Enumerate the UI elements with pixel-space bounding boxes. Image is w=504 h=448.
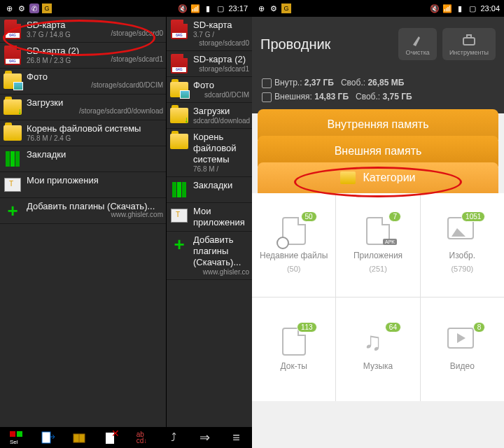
app-header: Проводник Очистка Инструменты: [252, 17, 504, 71]
item-title: Корень файловой системы: [27, 123, 163, 134]
list-item[interactable]: Фото/storage/sdcard0/DCIM: [0, 69, 166, 94]
list-item[interactable]: SD-карта3.7 G /storage/sdcard0: [167, 17, 252, 51]
list-item[interactable]: SD-карта (2)26.8 M / 2.3 G/storage/sdcar…: [0, 43, 166, 69]
mute-icon: 🔇: [430, 4, 440, 13]
bottom-toolbar: Sel ✕ abcd↓ ⤴ ⇒ ≡: [0, 427, 252, 448]
pane-left: SD-карта3.7 G / 14.8 G/storage/sdcard0SD…: [0, 17, 167, 427]
gear-status-icon: ⚙: [17, 4, 27, 13]
list-item[interactable]: Загрузкиsdcard0/download: [167, 103, 252, 129]
item-title: Мои приложения: [193, 206, 249, 228]
item-path: www.ghisler.com: [111, 211, 163, 218]
list-item[interactable]: SD-карта (2)storage/sdcard1: [167, 51, 252, 77]
plus-status-icon: ⊕: [256, 4, 266, 13]
category-label: Изобр.: [449, 251, 476, 260]
copy-button[interactable]: [37, 428, 58, 447]
photo-folder-icon: [170, 82, 188, 97]
sd-card-icon: [171, 20, 188, 39]
storage-info: Внутр.: 2,37 ГБ Своб.: 26,85 МБ Внешняя:…: [252, 71, 504, 113]
bookmarks-icon: [172, 182, 186, 197]
sd-card-icon: [171, 54, 188, 74]
category-cell[interactable]: 1051Изобр.(5790): [421, 193, 504, 297]
tab-categories[interactable]: Категории: [258, 162, 498, 193]
category-cell[interactable]: ♫64Музыка: [336, 298, 419, 401]
category-label: Приложения: [354, 251, 402, 260]
delete-button[interactable]: ✕: [100, 428, 121, 447]
cleanup-button[interactable]: Очистка: [398, 28, 436, 60]
item-title: Корень файловой системы: [193, 132, 249, 165]
plus-icon: +: [174, 237, 184, 252]
music-icon: ♫64: [363, 328, 393, 357]
category-count: (251): [369, 265, 387, 273]
folder-icon: [170, 134, 188, 149]
count-badge: 64: [385, 322, 401, 332]
svg-text:✕: ✕: [111, 430, 118, 439]
tools-button[interactable]: Инструменты: [442, 28, 496, 60]
item-size: 3.7 G /: [193, 31, 249, 39]
clock-right: 23:04: [480, 4, 500, 13]
apps-icon: [4, 178, 21, 192]
list-item[interactable]: +Добавить плагины (Скачать)...www.ghisle…: [167, 232, 252, 280]
svg-text:Sel: Sel: [10, 439, 18, 445]
category-cell[interactable]: 8Видео: [421, 298, 504, 401]
category-grid: 50Недавние файлы(50)APK7Приложения(251)1…: [252, 193, 504, 401]
item-title: Фото: [193, 80, 249, 91]
mute-icon: 🔇: [178, 4, 188, 13]
sort-button[interactable]: abcd↓: [132, 428, 153, 447]
photo-folder-icon: [4, 74, 22, 89]
sd-card-icon: [4, 46, 21, 65]
battery-icon: ▢: [468, 4, 477, 13]
select-button[interactable]: Sel: [6, 428, 27, 447]
bookmarks-icon: [6, 151, 20, 167]
count-badge: 113: [297, 322, 317, 332]
list-item[interactable]: +Добавить плагины (Скачать)...www.ghisle…: [0, 198, 166, 224]
item-title: Закладки: [27, 149, 163, 160]
list-item[interactable]: Закладки: [167, 177, 252, 203]
sd-card-icon: [4, 20, 21, 39]
app-title: Проводник: [260, 36, 393, 52]
battery-icon: ▢: [216, 4, 225, 13]
category-cell[interactable]: 113Док-ты: [252, 298, 335, 401]
list-item[interactable]: SD-карта3.7 G / 14.8 G/storage/sdcard0: [0, 17, 166, 43]
pack-button[interactable]: [69, 428, 90, 447]
up-button[interactable]: ⤴: [163, 428, 184, 447]
svg-rect-0: [10, 431, 15, 437]
download-folder-icon: [4, 99, 22, 115]
item-path: sdcard0/download: [193, 117, 249, 125]
svg-rect-1: [17, 431, 22, 437]
video-icon: 8: [447, 328, 477, 357]
swap-button[interactable]: ⇒: [195, 428, 216, 447]
item-path: /storage/sdcard0/download: [79, 107, 163, 115]
item-path: /storage/sdcard1: [111, 55, 164, 63]
list-item[interactable]: Корень файловой системы76.8 M / 2.4 G: [0, 120, 166, 146]
list-item[interactable]: Мои приложения: [167, 203, 252, 232]
category-cell[interactable]: APK7Приложения(251): [336, 193, 419, 297]
gear-status-icon: ⚙: [269, 4, 279, 13]
item-title: Закладки: [193, 180, 249, 191]
status-bar-right: ⊕ ⚙ G 🔇 📶 ▮ ▢ 23:04: [252, 0, 504, 17]
list-item[interactable]: Мои приложения: [0, 172, 166, 198]
category-label: Недавние файлы: [260, 251, 328, 260]
status-bar-left: ⊕ ⚙ ✆ G 🔇 📶 ▮ ▢ 23:17: [0, 0, 252, 17]
total-commander-app: ⊕ ⚙ ✆ G 🔇 📶 ▮ ▢ 23:17 SD-карта3.7 G / 14…: [0, 0, 252, 448]
item-title: Мои приложения: [27, 175, 163, 186]
list-item[interactable]: Корень файловой системы76.8 M /: [167, 129, 252, 177]
category-cell[interactable]: 50Недавние файлы(50): [252, 193, 335, 297]
viber-icon: ✆: [29, 4, 39, 13]
category-label: Музыка: [363, 361, 393, 371]
menu-button[interactable]: ≡: [226, 428, 247, 447]
toolbox-icon: [461, 32, 477, 48]
item-size: 76.8 M / 2.4 G: [27, 134, 163, 143]
count-badge: 50: [301, 211, 317, 222]
list-item[interactable]: Фотоsdcard0/DCIM: [167, 77, 252, 103]
list-item[interactable]: Закладки: [0, 146, 166, 172]
list-item[interactable]: Загрузки/storage/sdcard0/download: [0, 94, 166, 120]
item-title: SD-карта: [193, 20, 249, 31]
svg-rect-9: [467, 35, 471, 38]
recent-icon: 50: [279, 217, 309, 246]
file-explorer-app: ⊕ ⚙ G 🔇 📶 ▮ ▢ 23:04 Проводник Очистка Ин…: [252, 0, 504, 448]
category-count: (50): [287, 265, 301, 273]
image-icon: 1051: [447, 217, 477, 246]
clock-left: 23:17: [228, 4, 248, 13]
category-count: (5790): [451, 265, 473, 273]
svg-rect-8: [463, 38, 475, 45]
